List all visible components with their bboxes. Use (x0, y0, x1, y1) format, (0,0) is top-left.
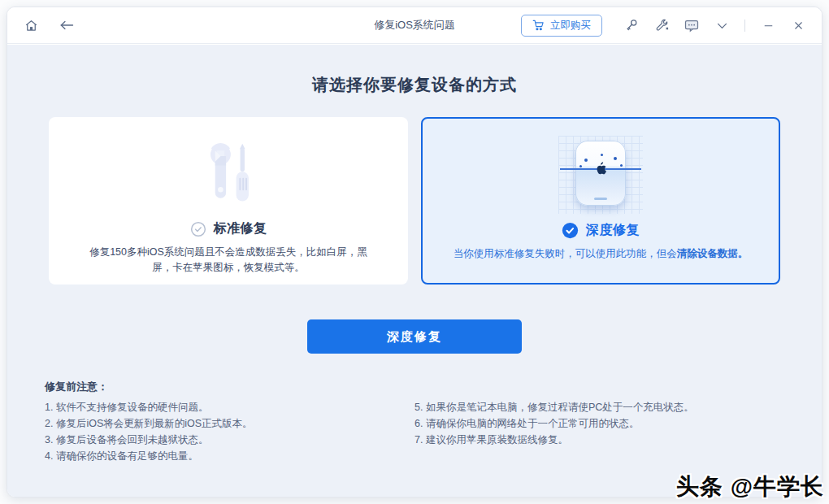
note-item: 6. 请确保你电脑的网络处于一个正常可用的状态。 (414, 418, 784, 429)
pre-repair-notes: 修复前注意： 1. 软件不支持修复设备的硬件问题。 2. 修复后iOS将会更新到… (7, 380, 822, 467)
menu-button[interactable] (713, 16, 731, 34)
card-standard-repair[interactable]: 标准修复 修复150多种iOS系统问题且不会造成数据丢失，比如白屏，黑屏，卡在苹… (49, 117, 408, 285)
deep-repair-title-row: 深度修复 (423, 222, 779, 239)
deep-repair-title: 深度修复 (586, 222, 640, 239)
register-button[interactable] (623, 16, 640, 34)
close-button[interactable] (789, 16, 807, 34)
note-item: 3. 修复后设备将会回到未越狱状态。 (45, 434, 414, 445)
close-icon (792, 20, 805, 32)
repair-mode-cards: 标准修复 修复150多种iOS系统问题且不会造成数据丢失，比如白屏，黑屏，卡在苹… (7, 117, 822, 285)
standard-repair-description: 修复150多种iOS系统问题且不会造成数据丢失，比如白屏，黑屏，卡在苹果图标，恢… (80, 245, 377, 276)
cart-icon (532, 20, 545, 31)
desktop-canvas: 修复iOS系统问题 立即购买 (0, 0, 829, 504)
toutiao-watermark: 头条 @牛学长 (676, 471, 824, 502)
chevron-down-icon (715, 19, 729, 33)
tools-button[interactable] (653, 16, 671, 34)
note-item: 7. 建议你用苹果原装数据线修复。 (414, 434, 784, 445)
minimize-icon (762, 20, 775, 32)
back-arrow-icon (59, 19, 75, 32)
check-circle-outline-icon (190, 221, 206, 237)
wrench-icon (654, 18, 670, 33)
wrench-screwdriver-illustration-icon (49, 130, 408, 219)
page-title: 请选择你要修复设备的方式 (7, 74, 822, 96)
window-title: 修复iOS系统问题 (374, 18, 455, 33)
titlebar-left (22, 16, 76, 34)
buy-now-button[interactable]: 立即购买 (521, 15, 602, 37)
buy-now-label: 立即购买 (550, 19, 591, 33)
standard-repair-title: 标准修复 (214, 220, 267, 237)
note-item: 2. 修复后iOS将会更新到最新的iOS正式版本。 (45, 418, 414, 429)
key-icon (624, 18, 640, 33)
card-deep-repair[interactable]: 深度修复 当你使用标准修复失败时，可以使用此功能，但会清除设备数据。 (421, 117, 780, 285)
note-item: 1. 软件不支持修复设备的硬件问题。 (45, 402, 414, 413)
note-item: 4. 请确保你的设备有足够的电量。 (45, 450, 414, 462)
titlebar: 修复iOS系统问题 立即购买 (7, 7, 822, 44)
notes-heading: 修复前注意： (45, 380, 784, 394)
back-button[interactable] (58, 16, 76, 34)
titlebar-right: 立即购买 (521, 15, 807, 37)
note-item: 5. 如果你是笔记本电脑，修复过程请使PC处于一个充电状态。 (414, 402, 784, 413)
deep-repair-description: 当你使用标准修复失败时，可以使用此功能，但会清除设备数据。 (442, 246, 759, 262)
minimize-button[interactable] (759, 16, 777, 34)
home-button[interactable] (22, 16, 40, 34)
notes-left-column: 1. 软件不支持修复设备的硬件问题。 2. 修复后iOS将会更新到最新的iOS正… (45, 402, 414, 467)
check-circle-filled-icon (562, 222, 579, 239)
app-window: 修复iOS系统问题 立即购买 (7, 7, 822, 497)
notes-right-column: 5. 如果你是笔记本电脑，修复过程请使PC处于一个充电状态。 6. 请确保你电脑… (414, 402, 784, 467)
home-icon (24, 18, 39, 33)
device-scan-illustration-icon (423, 132, 779, 221)
deep-repair-action-button[interactable]: 深度修复 (307, 319, 522, 354)
feedback-bubble-icon (684, 18, 700, 33)
titlebar-divider (744, 20, 745, 32)
content-area: 请选择你要修复设备的方式 (7, 45, 822, 497)
feedback-button[interactable] (683, 16, 701, 34)
standard-repair-title-row: 标准修复 (49, 220, 408, 237)
